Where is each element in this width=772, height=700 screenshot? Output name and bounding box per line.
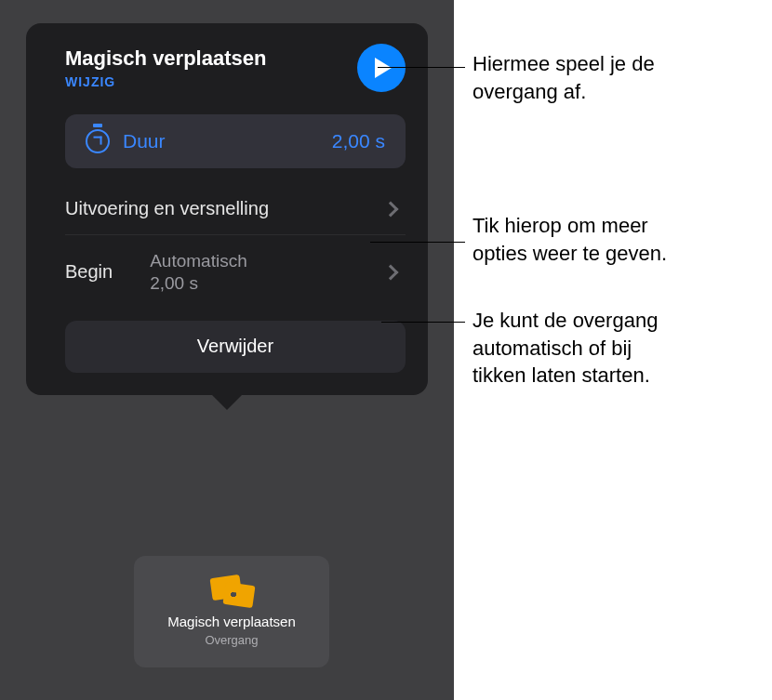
delete-button[interactable]: Verwijder bbox=[65, 321, 406, 373]
transition-thumbnail[interactable]: Magisch verplaatsen Overgang bbox=[134, 556, 329, 667]
play-button[interactable] bbox=[357, 44, 406, 92]
popover-title: Magisch verplaatsen bbox=[65, 46, 266, 71]
option-execution-acceleration[interactable]: Uitvoering en versnelling bbox=[65, 183, 406, 234]
chevron-right-icon bbox=[383, 201, 399, 217]
transition-popover: Magisch verplaatsen WIJZIG Duur 2,00 s U… bbox=[26, 23, 428, 395]
duration-label: Duur bbox=[123, 130, 166, 152]
callout-line bbox=[378, 67, 465, 68]
delete-label: Verwijder bbox=[197, 336, 273, 357]
thumbnail-title: Magisch verplaatsen bbox=[167, 614, 296, 629]
callout-line bbox=[370, 242, 465, 243]
callout-line bbox=[381, 322, 465, 323]
chevron-right-icon bbox=[383, 264, 399, 280]
callout-play: Hiermee speel je de overgang af. bbox=[473, 50, 655, 105]
edit-link[interactable]: WIJZIG bbox=[65, 74, 266, 89]
duration-left: Duur bbox=[86, 129, 166, 153]
option-label: Begin bbox=[65, 261, 113, 283]
duration-value: 2,00 s bbox=[332, 130, 385, 152]
popover-title-wrap: Magisch verplaatsen WIJZIG bbox=[65, 46, 266, 89]
option-label: Uitvoering en versnelling bbox=[65, 198, 269, 219]
stopwatch-icon bbox=[86, 129, 110, 153]
duration-row[interactable]: Duur 2,00 s bbox=[65, 114, 406, 168]
play-icon bbox=[375, 58, 392, 78]
option-begin-line2: 2,00 s bbox=[150, 272, 385, 295]
popover-header: Magisch verplaatsen WIJZIG bbox=[26, 23, 428, 101]
options-list: Uitvoering en versnelling Begin Automati… bbox=[65, 183, 406, 310]
magic-move-icon bbox=[211, 576, 252, 604]
option-begin-value: Automatisch 2,00 s bbox=[150, 250, 385, 295]
device-area: Magisch verplaatsen WIJZIG Duur 2,00 s U… bbox=[0, 0, 454, 700]
option-begin-line1: Automatisch bbox=[150, 250, 385, 272]
popover-tail bbox=[210, 393, 244, 410]
callout-begin: Je kunt de overgang automatisch of bij t… bbox=[473, 307, 658, 390]
thumbnail-subtitle: Overgang bbox=[205, 633, 258, 647]
callout-more-options: Tik hierop om meer opties weer te geven. bbox=[473, 212, 667, 267]
option-begin[interactable]: Begin Automatisch 2,00 s bbox=[65, 234, 406, 310]
